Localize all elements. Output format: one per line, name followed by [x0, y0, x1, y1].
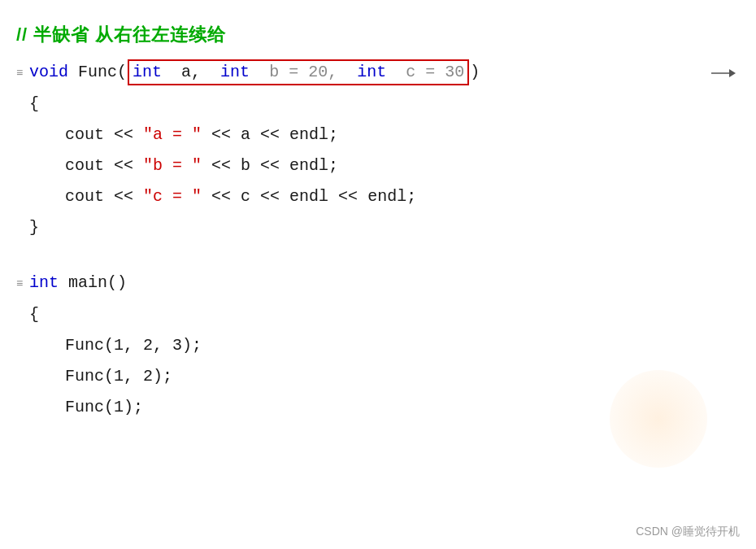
cout-b-op3: <<: [250, 150, 289, 181]
cout-b-op2: <<: [202, 150, 241, 181]
brace-close-1: }: [29, 212, 39, 243]
cout-b-str: "b = ": [143, 150, 202, 181]
kw-int-c: int: [357, 63, 386, 81]
svg-marker-1: [729, 69, 736, 77]
func-call-3-line: Func(1);: [65, 392, 740, 423]
func-call-3: Func(1);: [65, 392, 143, 423]
brace-open-1-line: {: [16, 89, 740, 120]
cout-b-var: b: [241, 150, 250, 181]
brace-open-2-line: {: [16, 299, 740, 330]
cout-a-str: "a = ": [143, 120, 202, 150]
cout-c-keyword: cout: [65, 181, 104, 212]
cout-c-op2: <<: [202, 181, 241, 212]
main-definition-line: ≡ int main(): [16, 268, 740, 299]
footer: CSDN @睡觉待开机: [636, 525, 740, 539]
cout-a-op2: <<: [202, 120, 241, 150]
func-call-2-line: Func(1, 2);: [65, 361, 740, 392]
blank-line-1: [16, 243, 740, 268]
cout-b-keyword: cout: [65, 150, 104, 181]
params-highlighted: int a, int b = 20, int c = 30: [128, 59, 469, 85]
cout-c-op3: <<: [250, 181, 289, 212]
func-call-1-line: Func(1, 2, 3);: [65, 330, 740, 361]
cout-a-op1: <<: [104, 120, 143, 150]
line-marker-1: ≡: [16, 58, 28, 89]
screenshot-container: // 半缺省 从右往左连续给 ≡ void Func( int a, int b…: [0, 0, 756, 549]
func-call-2: Func(1, 2);: [65, 361, 172, 392]
comment-line: // 半缺省 从右往左连续给: [0, 16, 756, 57]
arrow-icon: [711, 65, 736, 81]
keyword-void: void: [29, 57, 68, 88]
cout-b-line: cout << "b = " << b << endl;: [65, 150, 740, 181]
cout-a-keyword: cout: [65, 120, 104, 150]
main-name: main(): [59, 268, 127, 298]
cout-c-op4: <<: [328, 181, 367, 212]
code-area: ≡ void Func( int a, int b = 20, int c = …: [0, 57, 756, 423]
func-call-1: Func(1, 2, 3);: [65, 330, 202, 361]
cout-b-endl: endl;: [289, 150, 338, 181]
kw-int-b: int: [220, 63, 250, 81]
kw-int-a: int: [133, 63, 162, 81]
line-marker-4: ≡: [16, 268, 28, 299]
cout-a-op3: <<: [250, 120, 289, 150]
cout-a-line: cout << "a = " << a << endl;: [65, 120, 740, 150]
cout-a-endl: endl;: [289, 120, 338, 150]
func-definition-line: ≡ void Func( int a, int b = 20, int c = …: [16, 57, 740, 89]
param-b: b = 20,: [259, 63, 347, 81]
cout-c-line: cout << "c = " << c << endl << endl;: [65, 181, 740, 212]
cout-c-endl2: endl;: [367, 181, 416, 212]
brace-open-2: {: [29, 299, 39, 330]
cout-a-var: a: [241, 120, 250, 150]
brace-close-1-line: }: [16, 212, 740, 243]
cout-c-var: c: [241, 181, 250, 212]
cout-c-op1: <<: [104, 181, 143, 212]
keyword-int-main: int: [29, 268, 59, 298]
brace-open-1: {: [29, 89, 39, 120]
param-a: a,: [172, 63, 211, 81]
cout-b-op1: <<: [104, 150, 143, 181]
func-name: Func(: [68, 57, 127, 88]
cout-c-endl1: endl: [289, 181, 328, 212]
cout-c-str: "c = ": [143, 181, 202, 212]
param-c: c = 30: [396, 63, 464, 81]
func-close-paren: ): [470, 57, 480, 88]
